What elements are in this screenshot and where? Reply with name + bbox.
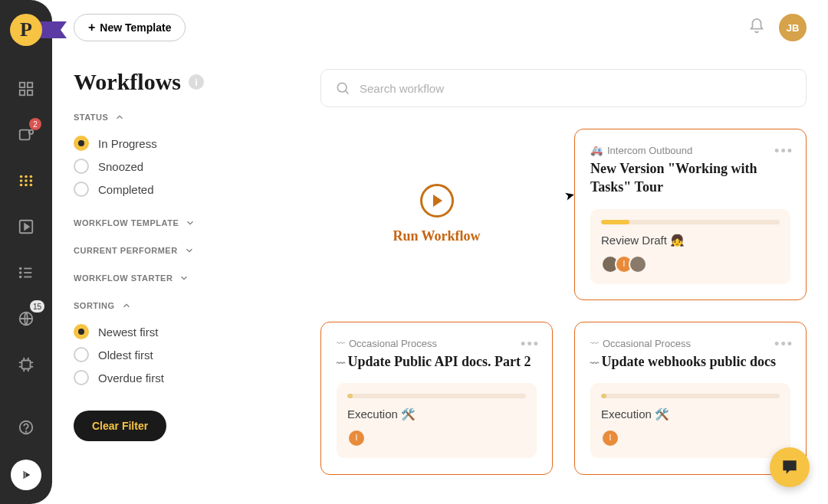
avatar — [629, 255, 647, 273]
svg-rect-3 — [28, 90, 32, 95]
status-option-in-progress[interactable]: In Progress — [74, 132, 288, 155]
run-workflow-label: Run Workflow — [393, 228, 480, 244]
chevron-down-icon — [185, 218, 196, 228]
nav-templates[interactable] — [12, 213, 40, 241]
notifications-button[interactable] — [748, 18, 765, 38]
play-circle-icon — [420, 184, 454, 218]
card-title: 〰 Update webhooks public docs — [590, 352, 790, 371]
play-square-icon — [18, 218, 34, 235]
nav-integrations[interactable] — [12, 351, 40, 378]
nav-play[interactable] — [11, 460, 41, 490]
svg-point-9 — [20, 179, 23, 182]
svg-rect-1 — [28, 83, 32, 87]
chevron-up-icon — [121, 300, 132, 311]
nav-dashboard[interactable] — [12, 75, 40, 103]
card-task: Review Draft 👧 — [601, 234, 780, 247]
svg-point-11 — [30, 179, 33, 182]
grid-icon — [18, 80, 34, 97]
svg-point-13 — [25, 184, 28, 187]
chat-icon — [780, 457, 800, 477]
nav-workflows[interactable] — [12, 167, 40, 195]
avatar-row: I — [347, 429, 526, 447]
plus-icon: + — [88, 21, 95, 34]
nav-rail: P 2 15 — [0, 0, 52, 504]
new-template-button[interactable]: + New Template — [74, 14, 186, 41]
filter-template-header[interactable]: WORKFLOW TEMPLATE — [74, 218, 288, 228]
card-title: 〰 Update Public API docs. Part 2 — [337, 352, 537, 371]
play-icon — [19, 468, 33, 482]
filter-status-header[interactable]: STATUS — [74, 112, 288, 123]
bell-icon — [748, 18, 765, 34]
workflow-card[interactable]: ••• 〰 Occasional Process 〰 Update Public… — [320, 322, 553, 475]
sorting-radio-list: Newest first Oldest first Overdue first — [74, 320, 288, 389]
avatar-row: I — [601, 255, 780, 273]
wave-icon: 〰 — [590, 358, 598, 369]
search-icon — [335, 80, 350, 96]
info-icon[interactable]: i — [189, 74, 204, 90]
chat-fab[interactable] — [770, 447, 810, 487]
workflow-card[interactable]: ••• 〰 Occasional Process 〰 Update webhoo… — [574, 322, 807, 475]
search-input[interactable] — [360, 82, 792, 95]
svg-rect-2 — [20, 90, 25, 95]
sorting-option-newest[interactable]: Newest first — [74, 320, 288, 343]
nav-tasks-badge: 2 — [29, 118, 41, 130]
svg-point-6 — [20, 175, 23, 178]
card-template-name: 〰 Occasional Process — [337, 338, 537, 349]
nav-help[interactable] — [12, 414, 40, 441]
status-option-snoozed[interactable]: Snoozed — [74, 155, 288, 178]
search-bar[interactable] — [320, 69, 807, 107]
nav-activity-badge: 15 — [30, 300, 44, 313]
svg-point-21 — [20, 277, 21, 278]
filter-sorting-header[interactable]: SORTING — [74, 300, 288, 311]
svg-point-12 — [20, 184, 23, 187]
svg-marker-16 — [25, 224, 29, 229]
avatar: I — [601, 429, 619, 447]
card-body: Execution 🛠️ I — [337, 383, 537, 458]
card-title: New Version "Working with Tasks" Tour — [590, 159, 790, 197]
svg-rect-24 — [22, 361, 31, 369]
svg-rect-0 — [20, 83, 25, 87]
progress-bar — [347, 394, 526, 398]
chevron-down-icon — [179, 273, 189, 283]
clear-filter-button[interactable]: Clear Filter — [74, 411, 166, 441]
filter-performer-header[interactable]: CURRENT PERFORMER — [74, 245, 288, 256]
svg-point-19 — [20, 272, 21, 273]
card-task: Execution 🛠️ — [347, 407, 526, 421]
avatar-row: I — [601, 429, 780, 447]
card-task: Execution 🛠️ — [601, 407, 780, 421]
wave-icon: 〰 — [337, 339, 344, 348]
workflows-icon — [18, 172, 34, 189]
status-option-completed[interactable]: Completed — [74, 178, 288, 201]
user-avatar[interactable]: JB — [779, 14, 807, 41]
svg-point-10 — [25, 179, 28, 182]
nav-tasks[interactable]: 2 — [12, 121, 40, 149]
filter-starter-header[interactable]: WORKFLOW STARTER — [74, 273, 288, 283]
chip-icon — [18, 356, 34, 373]
nav-list[interactable] — [12, 259, 40, 286]
list-icon — [18, 264, 34, 281]
chevron-down-icon — [184, 245, 195, 256]
main-area: Run Workflow ••• 🚑 Intercom Outbound New… — [320, 69, 807, 475]
svg-point-8 — [30, 175, 33, 178]
svg-line-39 — [345, 90, 348, 93]
status-radio-list: In Progress Snoozed Completed — [74, 132, 288, 201]
card-more-button[interactable]: ••• — [774, 336, 794, 352]
sorting-option-oldest[interactable]: Oldest first — [74, 343, 288, 366]
progress-bar — [601, 220, 780, 224]
card-more-button[interactable]: ••• — [521, 336, 540, 352]
wave-icon: 〰 — [337, 358, 344, 369]
sorting-option-overdue[interactable]: Overdue first — [74, 366, 288, 389]
card-template-name: 〰 Occasional Process — [590, 338, 790, 349]
new-template-label: New Template — [100, 21, 171, 34]
svg-point-5 — [29, 130, 33, 135]
nav-activity[interactable]: 15 — [12, 305, 40, 332]
svg-point-34 — [26, 431, 27, 432]
run-workflow-card[interactable]: Run Workflow — [320, 129, 553, 300]
svg-marker-35 — [23, 471, 30, 479]
chevron-up-icon — [114, 112, 125, 123]
help-icon — [18, 419, 34, 436]
logo[interactable]: P — [10, 14, 42, 46]
workflow-card[interactable]: ••• 🚑 Intercom Outbound New Version "Wor… — [574, 129, 807, 300]
card-more-button[interactable]: ••• — [774, 143, 794, 159]
wave-icon: 〰 — [590, 339, 598, 348]
